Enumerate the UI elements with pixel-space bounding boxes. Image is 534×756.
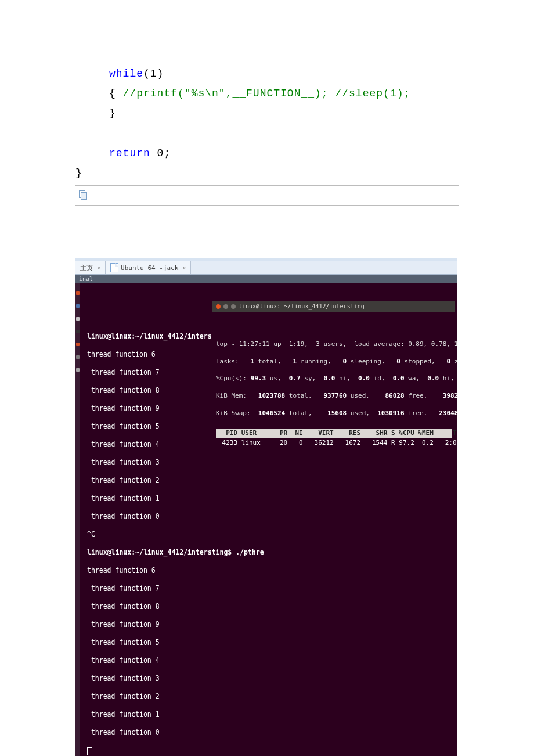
top-line: top - 11:27:11 up 1:19, 3 users, load av… (216, 340, 452, 349)
close-icon[interactable]: × (182, 265, 186, 271)
window-title: linux@linux: ~/linux_4412/intersting (239, 303, 365, 311)
out: thread_function 9 (87, 620, 457, 629)
out: thread_function 1 (87, 710, 457, 719)
cursor (87, 747, 92, 755)
launcher-icon[interactable] (76, 304, 80, 308)
tab-label: 主页 (80, 264, 93, 272)
prompt-line: linux@linux:~/linux_4412/intersting$ ./p… (87, 548, 457, 557)
ctrl-c: ^C (87, 530, 457, 539)
launcher-icon[interactable] (76, 330, 80, 333)
keyword-while: while (109, 68, 143, 80)
launcher-icon[interactable] (76, 368, 80, 372)
terminal-area[interactable]: linux@linux:~/linux_4412/intersting$ ./p… (75, 283, 457, 756)
tab-strip: 主页 × Ubuntu 64 -jack × (75, 261, 457, 275)
brace-open: { (109, 88, 123, 99)
launcher-icon[interactable] (76, 291, 80, 295)
terminal-tab-title: inal (75, 275, 457, 283)
code-snippet: while(1) { //printf("%s\n",__FUNCTION__)… (75, 64, 459, 183)
tab-home[interactable]: 主页 × (75, 261, 106, 274)
code-line: return 0; (75, 143, 459, 163)
brace-close: } (109, 107, 116, 119)
top-line: KiB Mem: 1023788 total, 937760 used, 860… (216, 392, 452, 401)
blank-line (75, 124, 459, 143)
vm-icon (110, 263, 118, 272)
launcher-icon[interactable] (76, 343, 80, 346)
keyword-return: return (109, 147, 150, 159)
out: thread_function 4 (87, 656, 457, 665)
out: thread_function 3 (87, 674, 457, 683)
close-icon[interactable] (216, 304, 221, 309)
tab-vm[interactable]: Ubuntu 64 -jack × (106, 261, 191, 274)
out: thread_function 6 (87, 566, 457, 575)
out: thread_function 8 (87, 602, 457, 611)
maximize-icon[interactable] (231, 304, 236, 309)
code-line: while(1) (75, 64, 459, 84)
code-text: 0; (150, 147, 171, 159)
divider (75, 185, 459, 186)
tab-label: Ubuntu 64 -jack (121, 264, 178, 272)
minimize-icon[interactable] (223, 304, 228, 309)
copy-icon[interactable] (79, 190, 87, 199)
out: thread_function 5 (87, 638, 457, 647)
close-icon[interactable]: × (97, 265, 100, 271)
toolbar-row (75, 188, 459, 206)
out: thread_function 7 (87, 584, 457, 593)
top-line: Tasks: 1 total, 1 running, 0 sleeping, 0… (216, 358, 452, 366)
code-text: (1) (143, 68, 164, 80)
out: thread_function 0 (87, 512, 457, 521)
launcher-icon[interactable] (76, 317, 80, 321)
top-window[interactable]: linux@linux: ~/linux_4412/intersting top… (212, 283, 455, 486)
launcher-icon[interactable] (76, 355, 80, 359)
out: thread_function 2 (87, 692, 457, 701)
code-line: } (75, 103, 459, 123)
top-header-row: PID USER PR NI VIRT RES SHR S %CPU %MEM … (216, 429, 452, 438)
out: thread_function 0 (87, 728, 457, 737)
code-line: } (75, 163, 459, 183)
top-output: top - 11:27:11 up 1:19, 3 users, load av… (212, 329, 455, 469)
comment: //printf("%s\n",__FUNCTION__); //sleep(1… (123, 88, 411, 99)
window-titlebar[interactable]: linux@linux: ~/linux_4412/intersting (212, 301, 455, 312)
top-process-row: 4233 linux 20 0 36212 1672 1544 R 97.2 0… (216, 438, 452, 448)
code-line: { //printf("%s\n",__FUNCTION__); //sleep… (75, 84, 459, 103)
top-line: %Cpu(s): 99.3 us, 0.7 sy, 0.0 ni, 0.0 id… (216, 375, 452, 383)
top-line: KiB Swap: 1046524 total, 15608 used, 103… (216, 409, 452, 418)
brace-close: } (75, 167, 82, 179)
unity-launcher[interactable] (75, 283, 80, 756)
vm-screenshot: 主页 × Ubuntu 64 -jack × inal linux@linux:… (75, 258, 457, 756)
out: thread_function 1 (87, 494, 457, 503)
